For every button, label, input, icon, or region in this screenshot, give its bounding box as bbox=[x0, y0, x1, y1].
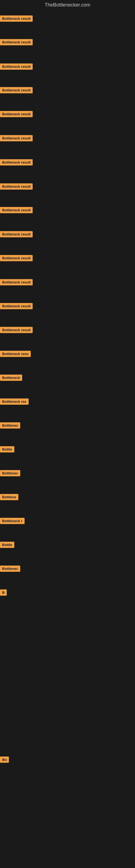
bottleneck-badge[interactable]: Bottle bbox=[0, 446, 14, 453]
bottleneck-badge[interactable]: Bottleneck result bbox=[0, 183, 33, 190]
bottleneck-badge[interactable]: Bottleneck result bbox=[0, 159, 33, 165]
bottleneck-item: Bottleneck r bbox=[0, 518, 25, 525]
bottleneck-badge[interactable]: Bottleneck r bbox=[0, 518, 25, 524]
bottleneck-badge[interactable]: Bottleneck resu bbox=[0, 351, 31, 357]
bottleneck-item: Bottleneck result bbox=[0, 255, 33, 262]
bottleneck-badge[interactable]: Bottlenec bbox=[0, 470, 20, 476]
bottleneck-item: Bottleneck resu bbox=[0, 351, 31, 358]
bottleneck-badge[interactable]: Bottleneck result bbox=[0, 231, 33, 237]
site-title-text: TheBottlenecker.com bbox=[45, 2, 90, 8]
bottleneck-badge[interactable]: Bottleneck result bbox=[0, 39, 33, 45]
bottleneck-badge[interactable]: Bottleneck result bbox=[0, 279, 33, 285]
bottleneck-item: Bottlenec bbox=[0, 565, 20, 573]
bottleneck-badge[interactable]: Bottleneck result bbox=[0, 63, 33, 70]
bottleneck-item: Bottleneck result bbox=[0, 159, 33, 166]
bottleneck-item: Bottleneck result bbox=[0, 327, 33, 334]
bottleneck-item: Bottleneck result bbox=[0, 303, 33, 310]
bottleneck-item: Bottlenec bbox=[0, 422, 20, 430]
bottleneck-badge[interactable]: Bottlenec bbox=[0, 565, 20, 572]
bottleneck-item: Bottleneck result bbox=[0, 279, 33, 286]
bottleneck-badge[interactable]: Bottleneck result bbox=[0, 135, 33, 141]
bottleneck-badge[interactable]: Bottleneck result bbox=[0, 87, 33, 93]
bottleneck-item: Bottleneck result bbox=[0, 87, 33, 94]
bottleneck-badge[interactable]: Bottle bbox=[0, 542, 14, 548]
bottleneck-item: Bottleneck result bbox=[0, 183, 33, 191]
bottleneck-badge[interactable]: Bottleneck bbox=[0, 375, 22, 381]
site-title: TheBottlenecker.com bbox=[0, 0, 135, 10]
bottleneck-badge[interactable]: Bottleneck result bbox=[0, 111, 33, 117]
bottleneck-badge[interactable]: Bottleneck result bbox=[0, 255, 33, 261]
bottleneck-badge[interactable]: Bottleneck result bbox=[0, 16, 33, 22]
bottleneck-item: Bottle bbox=[0, 446, 14, 454]
bottleneck-badge[interactable]: Bottleneck result bbox=[0, 327, 33, 333]
bottleneck-item: Bottleneck result bbox=[0, 111, 33, 118]
bottleneck-badge[interactable]: Bo bbox=[0, 756, 9, 763]
bottleneck-badge[interactable]: Bottleneck result bbox=[0, 303, 33, 309]
bottleneck-item: Bottlene bbox=[0, 494, 18, 501]
bottleneck-item: Bottleneck result bbox=[0, 231, 33, 239]
bottleneck-item: Bottleneck result bbox=[0, 207, 33, 214]
bottleneck-item: Bottleneck result bbox=[0, 16, 33, 23]
bottleneck-item: B bbox=[0, 589, 7, 597]
bottleneck-item: Bottleneck res bbox=[0, 399, 29, 406]
bottleneck-item: Bottleneck result bbox=[0, 63, 33, 71]
bottleneck-item: Bottle bbox=[0, 542, 14, 549]
bottleneck-badge[interactable]: Bottleneck result bbox=[0, 207, 33, 213]
bottleneck-item: Bo bbox=[0, 756, 9, 764]
bottleneck-badge[interactable]: B bbox=[0, 589, 7, 596]
bottleneck-badge[interactable]: Bottleneck res bbox=[0, 399, 29, 405]
bottleneck-item: Bottleneck bbox=[0, 375, 22, 382]
bottleneck-badge[interactable]: Bottlene bbox=[0, 494, 18, 500]
bottleneck-item: Bottlenec bbox=[0, 470, 20, 477]
bottleneck-item: Bottleneck result bbox=[0, 39, 33, 46]
bottleneck-item: Bottleneck result bbox=[0, 135, 33, 143]
bottleneck-badge[interactable]: Bottlenec bbox=[0, 422, 20, 429]
